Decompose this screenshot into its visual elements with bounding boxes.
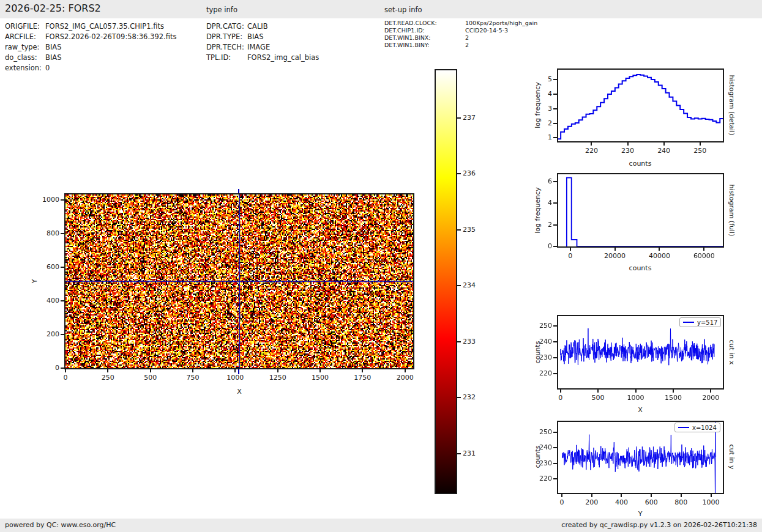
cut-x-ytick xyxy=(553,357,557,358)
page-title: 2026-02-25: FORS2 xyxy=(5,2,101,14)
cut-in-x-xaxis-label: X xyxy=(638,406,643,414)
cut-y-xtick-label: 200 xyxy=(585,498,598,506)
hist-full-ytick-label: 0 xyxy=(526,242,552,250)
bias-noise-image xyxy=(65,194,413,368)
hist-full-ytick-label: 4 xyxy=(526,199,552,207)
main-yaxis-label: Y xyxy=(31,279,39,284)
cut-y-xtick-label: 600 xyxy=(645,498,658,506)
cut-y-ytick xyxy=(553,478,557,479)
main-ytick-label: 0 xyxy=(34,364,59,372)
main-xtick xyxy=(65,369,66,372)
colorbar-tick-label: 232 xyxy=(463,393,476,401)
footer-bar: powered by QC: www.eso.org/HC created by… xyxy=(0,519,762,532)
main-xtick-label: 1000 xyxy=(226,374,244,382)
hist-detail-ytick-label: 4 xyxy=(526,90,552,98)
cut-y-xtick xyxy=(711,494,712,497)
cut-x-xtick-label: 0 xyxy=(558,394,562,402)
colorbar-tick xyxy=(457,341,461,342)
cut-in-x-side-label: cut in x xyxy=(728,340,736,365)
hist-full-ytick xyxy=(553,181,557,182)
hist-full-ytick-label: 2 xyxy=(526,221,552,229)
cut-y-xtick xyxy=(681,494,682,497)
column-cut-marker-top xyxy=(238,189,239,193)
main-xtick-label: 0 xyxy=(64,374,68,382)
hist-full-xtick-label: 20000 xyxy=(604,252,626,260)
info-label: ORIGFILE: xyxy=(5,22,40,31)
main-ytick-label: 400 xyxy=(34,297,59,305)
info-value: CALIB xyxy=(247,22,268,31)
hist-full-ytick-label: 6 xyxy=(526,177,552,185)
histogram-full-plot xyxy=(557,173,724,248)
info-value: IMAGE xyxy=(247,43,270,51)
qc-report-page: 2026-02-25: FORS2 type info set-up info … xyxy=(0,0,762,532)
colorbar-tick xyxy=(457,229,461,231)
histogram-detail-xaxis-label: counts xyxy=(629,160,652,168)
cut-y-xtick xyxy=(621,494,622,497)
info-label: do_class: xyxy=(5,53,37,62)
hist-full-xtick xyxy=(570,248,571,251)
legend-line-swatch xyxy=(683,322,694,323)
hist-full-ytick xyxy=(553,202,557,204)
cut-x-ytick xyxy=(553,373,557,374)
setup-info-heading: set-up info xyxy=(384,6,422,14)
main-xtick xyxy=(150,369,151,372)
hist-full-xtick-label: 0 xyxy=(568,252,572,260)
cut-y-xtick xyxy=(651,494,652,497)
cut-x-xtick xyxy=(635,390,637,393)
colorbar-tick xyxy=(457,173,461,174)
main-xtick xyxy=(107,369,108,372)
main-xtick-label: 500 xyxy=(144,374,157,382)
info-value: 100Kps/2ports/high_gain xyxy=(465,20,537,26)
colorbar-tick-label: 231 xyxy=(463,449,476,457)
main-ytick-label: 600 xyxy=(34,263,59,271)
cut-x-ytick-label: 250 xyxy=(526,322,552,330)
cut-y-xtick-label: 0 xyxy=(560,498,564,506)
info-value: FORS2_IMG_CAL057.35.CHIP1.fits xyxy=(45,22,164,31)
hist-detail-xtick xyxy=(591,142,592,146)
info-label: DPR.TECH: xyxy=(206,43,244,51)
info-label: TPL.ID: xyxy=(206,53,231,62)
info-value: 0 xyxy=(45,64,50,72)
cut-y-ytick-label: 220 xyxy=(526,475,552,482)
type-info-heading: type info xyxy=(206,6,237,14)
footer-powered-by: powered by QC: www.eso.org/HC xyxy=(5,521,116,529)
hist-detail-xtick-label: 220 xyxy=(585,147,598,155)
cut-x-ytick-label: 230 xyxy=(526,353,552,361)
main-ytick xyxy=(61,233,64,234)
hist-detail-ytick xyxy=(553,94,557,95)
cut-y-xtick xyxy=(591,494,592,497)
header-bar: 2026-02-25: FORS2 type info set-up info xyxy=(0,0,762,18)
cut-y-xtick-label: 1000 xyxy=(703,498,720,506)
main-xtick-label: 1250 xyxy=(269,374,286,382)
info-label: DET.WIN1.BINX: xyxy=(384,34,431,41)
footer-created-by: created by qc_rawdisp.py v1.2.3 on 2026-… xyxy=(561,521,757,529)
cut-y-ytick-label: 250 xyxy=(526,428,552,436)
histogram-full-curve xyxy=(558,174,723,246)
cut-x-xtick xyxy=(673,390,674,393)
hist-detail-xtick-label: 240 xyxy=(657,147,670,155)
main-ytick-label: 200 xyxy=(34,330,59,338)
cut-y-xtick xyxy=(561,494,562,497)
hist-detail-xtick xyxy=(663,142,665,146)
cut-y-ytick-label: 230 xyxy=(526,459,552,467)
main-ytick xyxy=(61,199,64,201)
info-label: raw_type: xyxy=(5,43,40,51)
main-xtick-label: 250 xyxy=(102,374,114,382)
colorbar-tick-label: 236 xyxy=(463,169,476,177)
main-ytick xyxy=(61,267,64,268)
hist-full-ytick xyxy=(553,224,557,226)
main-xtick xyxy=(319,369,321,372)
main-xtick-label: 1750 xyxy=(354,374,371,382)
cut-in-x-legend: y=517 xyxy=(679,317,721,327)
cut-x-ytick xyxy=(553,341,557,342)
colorbar-tick xyxy=(457,453,461,454)
histogram-detail-side-label: histogram (detail) xyxy=(728,75,736,136)
main-ytick xyxy=(61,334,64,335)
hist-detail-ytick xyxy=(553,123,557,124)
colorbar xyxy=(435,69,457,494)
cut-in-y-legend: x=1024 xyxy=(674,423,720,432)
hist-full-xtick xyxy=(614,248,616,251)
main-ytick-label: 1000 xyxy=(34,196,59,204)
info-value: 2 xyxy=(465,42,469,48)
histogram-detail-curve xyxy=(558,70,723,141)
